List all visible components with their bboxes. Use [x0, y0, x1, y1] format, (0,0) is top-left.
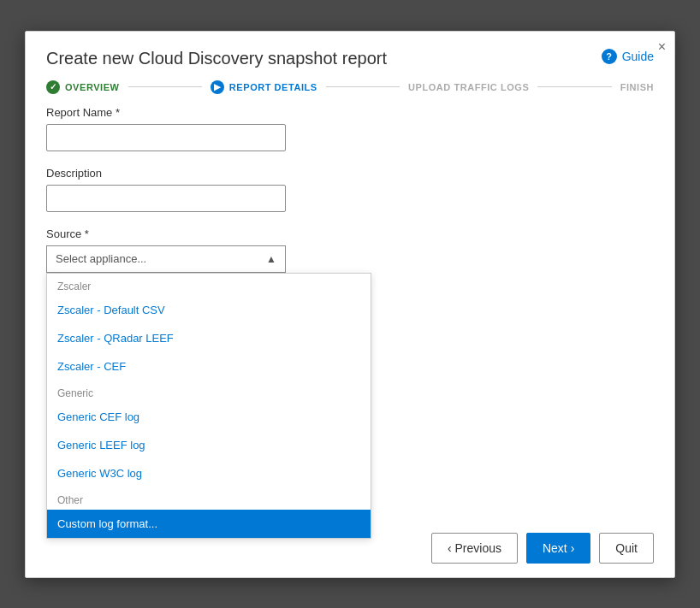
form-body: Report Name * Description Source * Selec… [26, 106, 674, 519]
guide-link[interactable]: ? Guide [602, 49, 654, 64]
report-name-label: Report Name * [46, 106, 654, 119]
step-report-details-label: REPORT DETAILS [229, 82, 317, 92]
source-dropdown-list: Zscaler Zscaler - Default CSV Zscaler - … [46, 273, 371, 539]
source-dropdown-container: Select appliance... ▲ Zscaler Zscaler - … [46, 245, 286, 273]
source-dropdown-placeholder: Select appliance... [56, 252, 146, 265]
next-button[interactable]: Next › [526, 533, 590, 564]
report-name-group: Report Name * [46, 106, 654, 151]
steps-bar: ✓ OVERVIEW ▶ REPORT DETAILS UPLOAD TRAFF… [26, 68, 674, 106]
chevron-up-icon: ▲ [266, 253, 276, 265]
report-name-input[interactable] [46, 124, 286, 151]
source-label: Source * [46, 227, 654, 240]
dropdown-item-generic-w3c-log[interactable]: Generic W3C log [47, 459, 371, 487]
dropdown-group-generic: Generic [47, 381, 371, 403]
dropdown-item-custom-log-format[interactable]: Custom log format... [47, 510, 371, 538]
dropdown-item-zscaler-qradar-leef[interactable]: Zscaler - QRadar LEEF [47, 324, 371, 352]
step-line-1 [128, 86, 202, 87]
step-upload-label: UPLOAD TRAFFIC LOGS [408, 82, 529, 92]
step-report-details-icon: ▶ [211, 80, 224, 94]
step-line-3 [537, 86, 611, 87]
step-upload-traffic-logs: UPLOAD TRAFFIC LOGS [408, 82, 529, 92]
description-group: Description [46, 167, 654, 212]
description-input[interactable] [46, 185, 286, 212]
source-group: Source * Select appliance... ▲ Zscaler Z… [46, 227, 654, 273]
step-report-details: ▶ REPORT DETAILS [211, 80, 317, 94]
dialog-header: Create new Cloud Discovery snapshot repo… [26, 32, 674, 68]
dialog-title: Create new Cloud Discovery snapshot repo… [46, 49, 584, 68]
dropdown-item-generic-cef-log[interactable]: Generic CEF log [47, 403, 371, 431]
step-overview: ✓ OVERVIEW [46, 80, 120, 94]
close-button[interactable]: × [658, 40, 666, 54]
step-overview-icon: ✓ [46, 80, 60, 94]
step-finish-label: FINISH [620, 82, 654, 92]
create-snapshot-dialog: × Create new Cloud Discovery snapshot re… [25, 31, 675, 578]
dropdown-item-zscaler-default-csv[interactable]: Zscaler - Default CSV [47, 296, 371, 324]
dropdown-item-zscaler-cef[interactable]: Zscaler - CEF [47, 352, 371, 381]
previous-button[interactable]: ‹ Previous [431, 533, 518, 564]
description-label: Description [46, 167, 654, 180]
dropdown-group-zscaler: Zscaler [47, 274, 371, 296]
guide-icon: ? [602, 49, 617, 64]
source-dropdown-button[interactable]: Select appliance... ▲ [46, 245, 286, 273]
dropdown-group-other: Other [47, 487, 371, 510]
step-overview-label: OVERVIEW [65, 82, 120, 92]
step-line-2 [326, 86, 400, 87]
quit-button[interactable]: Quit [599, 533, 654, 564]
dropdown-list-inner: Zscaler Zscaler - Default CSV Zscaler - … [47, 274, 371, 538]
step-finish: FINISH [620, 82, 654, 92]
dropdown-item-generic-leef-log[interactable]: Generic LEEF log [47, 431, 371, 459]
guide-label: Guide [622, 50, 654, 63]
